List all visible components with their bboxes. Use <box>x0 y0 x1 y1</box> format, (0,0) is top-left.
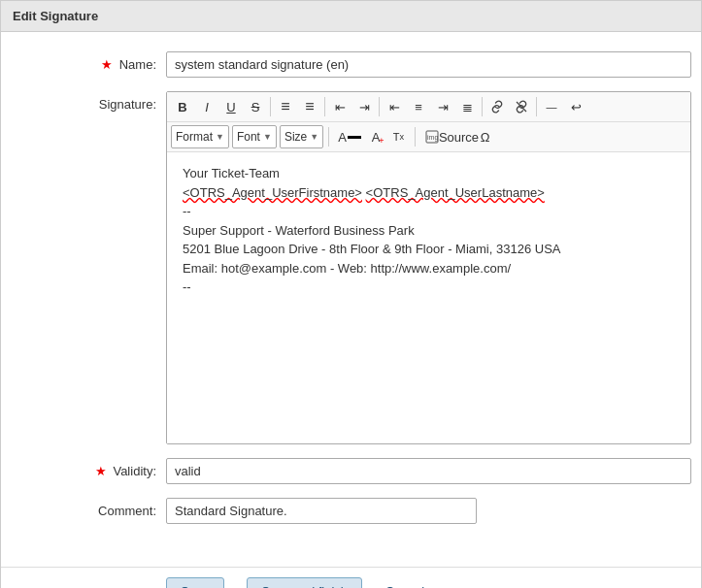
required-star: ★ <box>101 57 113 72</box>
validity-field-container <box>166 458 691 484</box>
underline-button[interactable]: U <box>219 95 243 118</box>
align-center-button[interactable]: ≡ <box>407 95 430 118</box>
clear-format-button[interactable]: Tx <box>386 125 410 148</box>
name-row: ★ Name: <box>11 51 691 78</box>
signature-label: Signature: <box>11 91 166 112</box>
align-right-button[interactable]: ⇥ <box>431 95 454 118</box>
otrs-tag2: <OTRS_Agent_UserLastname> <box>366 185 545 200</box>
toolbar-sep7 <box>415 127 416 147</box>
save-and-finish-button[interactable]: Save and finish <box>247 577 362 588</box>
otrs-tag1: <OTRS_Agent_UserFirstname> <box>183 185 362 200</box>
editor-container-wrapper: B I U S ≡ ≡ ⇤ ⇥ ⇤ ≡ ⇥ ≣ <box>166 91 691 444</box>
name-field-container <box>166 51 691 78</box>
ordered-list-button[interactable]: ≡ <box>274 95 297 118</box>
validity-row: ★ Validity: <box>11 458 691 484</box>
editor-line1: Your Ticket-Team <box>183 164 675 183</box>
indent-less-button[interactable]: ⇤ <box>328 95 351 118</box>
unlink-icon <box>515 100 528 114</box>
font-arrow-icon: ▼ <box>263 132 272 142</box>
unordered-list-button[interactable]: ≡ <box>298 95 321 118</box>
toolbar-sep2 <box>324 97 325 116</box>
editor-line2: <OTRS_Agent_UserFirstname> <OTRS_Agent_U… <box>183 183 675 203</box>
toolbar-sep1 <box>270 97 271 116</box>
toolbar-row2: Format ▼ Font ▼ Size ▼ A <box>167 122 690 152</box>
format-label: Format <box>176 130 213 144</box>
validity-required-star: ★ <box>95 464 107 478</box>
or-text-1: or <box>230 584 242 588</box>
omega-icon: Ω <box>481 130 490 145</box>
font-color-button[interactable]: A <box>334 125 365 148</box>
format-dropdown[interactable]: Format ▼ <box>171 125 229 148</box>
indent-more-button[interactable]: ⇥ <box>352 95 376 118</box>
edit-signature-window: Edit Signature ★ Name: Signature: B I <box>0 0 702 588</box>
source-button[interactable]: Source <box>447 125 470 148</box>
name-label: ★ Name: <box>11 51 166 72</box>
validity-label: ★ Validity: <box>11 458 166 478</box>
comment-field-container <box>166 498 691 524</box>
toolbar-sep3 <box>379 97 380 116</box>
toolbar-sep5 <box>536 97 537 116</box>
source-icon: img <box>425 130 439 144</box>
editor-address: 5201 Blue Lagoon Drive - 8th Floor & 9th… <box>183 240 675 259</box>
name-input[interactable] <box>166 51 691 78</box>
validity-input[interactable] <box>166 458 691 484</box>
strikethrough-button[interactable]: S <box>244 95 267 118</box>
editor-company: Super Support - Waterford Business Park <box>183 221 675 241</box>
or-text-2: or <box>368 584 380 588</box>
window-title: Edit Signature <box>1 1 701 32</box>
save-button[interactable]: Save <box>166 577 224 588</box>
font-label: Font <box>237 130 260 144</box>
editor-content[interactable]: Your Ticket-Team <OTRS_Agent_UserFirstna… <box>167 152 690 443</box>
format-arrow-icon: ▼ <box>216 132 224 142</box>
editor-container: B I U S ≡ ≡ ⇤ ⇥ ⇤ ≡ ⇥ ≣ <box>166 91 691 444</box>
svg-text:img: img <box>427 134 438 142</box>
align-justify-button[interactable]: ≣ <box>455 95 479 118</box>
comment-input[interactable] <box>166 498 477 524</box>
bold-button[interactable]: B <box>171 95 194 118</box>
editor-separator2: -- <box>183 278 675 297</box>
editor-contact: Email: hot@example.com - Web: http://www… <box>183 259 675 278</box>
toolbar-row1: B I U S ≡ ≡ ⇤ ⇥ ⇤ ≡ ⇥ ≣ <box>167 92 690 122</box>
size-label: Size <box>284 130 307 144</box>
font-color-indicator <box>348 136 361 139</box>
font-dropdown[interactable]: Font ▼ <box>232 125 277 148</box>
cancel-button[interactable]: Cancel <box>385 584 424 588</box>
italic-button[interactable]: I <box>195 95 218 118</box>
font-background-button[interactable]: A+ <box>368 125 384 148</box>
form-body: ★ Name: Signature: B I U S ≡ <box>1 32 701 557</box>
toolbar-sep4 <box>482 97 483 116</box>
omega-button[interactable]: Ω <box>473 125 496 148</box>
align-left-button[interactable]: ⇤ <box>383 95 406 118</box>
toolbar-sep6 <box>328 127 329 147</box>
size-arrow-icon: ▼ <box>310 132 318 142</box>
comment-label: Comment: <box>11 498 166 518</box>
signature-row: Signature: B I U S ≡ ≡ ⇤ ⇥ <box>11 91 691 444</box>
actions-row: Save or Save and finish or Cancel <box>1 567 701 588</box>
link-button[interactable] <box>485 95 509 118</box>
size-dropdown[interactable]: Size ▼ <box>280 125 323 148</box>
hr-button[interactable]: — <box>540 95 563 118</box>
comment-row: Comment: <box>11 498 691 524</box>
unlink-button[interactable] <box>510 95 533 118</box>
undo-button[interactable]: ↩ <box>564 95 587 118</box>
editor-separator1: -- <box>183 202 675 221</box>
link-icon <box>490 100 504 114</box>
